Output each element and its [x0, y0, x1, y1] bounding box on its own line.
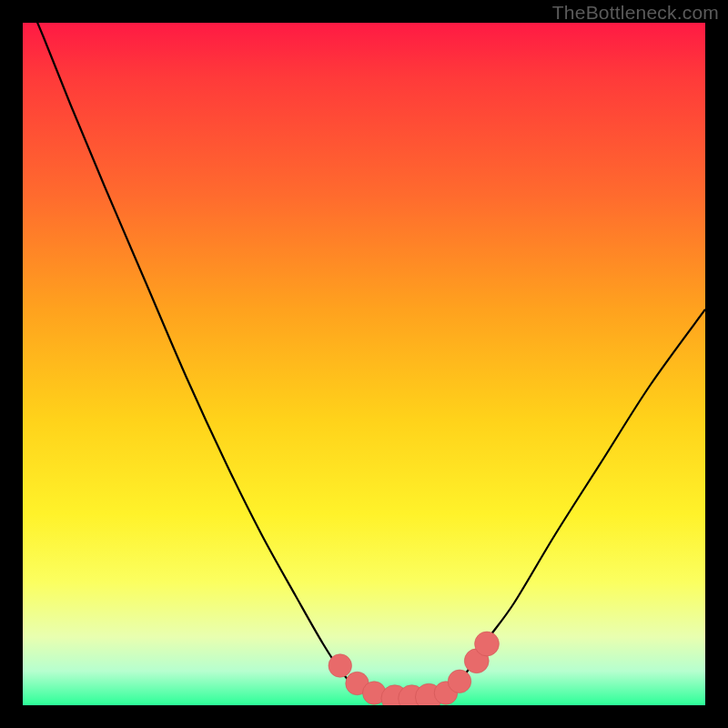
- curve-markers: [329, 632, 499, 705]
- curve-marker: [329, 654, 352, 678]
- watermark-text: TheBottleneck.com: [552, 2, 719, 24]
- chart-frame: TheBottleneck.com: [0, 0, 728, 728]
- bottleneck-curve: [23, 23, 705, 699]
- plot-area: [23, 23, 705, 705]
- curve-layer: [23, 23, 705, 705]
- curve-marker: [475, 632, 500, 656]
- curve-marker: [448, 670, 471, 693]
